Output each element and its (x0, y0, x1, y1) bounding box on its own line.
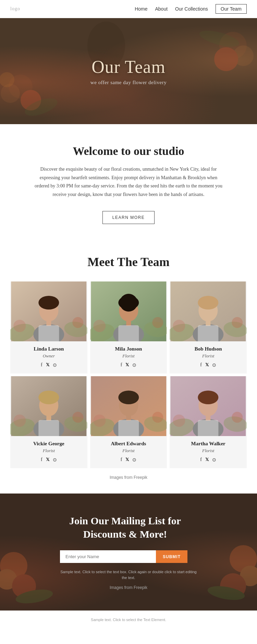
hero-title: Our Team (90, 57, 167, 77)
svg-rect-59 (126, 415, 131, 421)
nav-collections[interactable]: Our Collections (175, 6, 208, 12)
instagram-icon[interactable]: ⊙ (132, 457, 136, 463)
svg-point-38 (198, 296, 219, 310)
nav-links: Home About Our Collections Our Team (135, 4, 247, 14)
instagram-icon[interactable]: ⊙ (53, 457, 57, 463)
footer-sample-text: Sample text. Click to select the Text El… (91, 618, 166, 622)
footer: Sample text. Click to select the Text El… (0, 610, 257, 629)
svg-rect-18 (46, 320, 51, 326)
facebook-icon[interactable]: f (121, 457, 122, 463)
svg-point-68 (198, 391, 219, 404)
svg-rect-40 (198, 325, 219, 341)
team-card: Albert Edwards Florist f 𝕏 ⊙ (90, 376, 167, 468)
social-icons: f 𝕏 ⊙ (173, 457, 243, 463)
team-member-photo (10, 376, 87, 436)
team-member-name: Bob Hudson (173, 346, 243, 352)
hero-subtitle: we offer same day flower delivery (90, 80, 167, 86)
mailing-sample-text: Sample text. Click to select the text bo… (60, 569, 197, 580)
instagram-icon[interactable]: ⊙ (53, 362, 57, 368)
svg-point-48 (38, 391, 59, 404)
team-card: Linda Larson Owner f 𝕏 ⊙ (10, 281, 87, 373)
svg-point-64 (173, 415, 185, 427)
team-card-info: Albert Edwards Florist f 𝕏 ⊙ (90, 436, 167, 468)
social-icons: f 𝕏 ⊙ (94, 457, 164, 463)
team-member-role: Owner (14, 353, 84, 359)
instagram-icon[interactable]: ⊙ (212, 457, 216, 463)
twitter-icon[interactable]: 𝕏 (125, 362, 129, 368)
twitter-icon[interactable]: 𝕏 (205, 362, 209, 368)
svg-point-55 (152, 412, 163, 423)
team-card: Bob Hudson Florist f 𝕏 ⊙ (170, 281, 247, 373)
team-member-role: Florist (14, 448, 84, 454)
mailing-submit-button[interactable]: SUBMIT (156, 550, 187, 563)
svg-point-3 (0, 72, 14, 87)
team-card: Vickie George Florist f 𝕏 ⊙ (10, 376, 87, 468)
svg-point-1 (1, 84, 20, 103)
twitter-icon[interactable]: 𝕏 (125, 457, 129, 463)
svg-point-23 (93, 320, 106, 332)
mailing-input[interactable] (60, 550, 156, 563)
logo: logo (10, 6, 20, 12)
team-card-info: Linda Larson Owner f 𝕏 ⊙ (10, 341, 87, 373)
images-credit: Images from Freepik (10, 475, 247, 480)
team-member-role: Florist (173, 448, 243, 454)
mailing-form: SUBMIT (60, 550, 197, 563)
social-icons: f 𝕏 ⊙ (173, 362, 243, 368)
team-member-name: Vickie George (14, 441, 84, 447)
svg-point-6 (214, 47, 238, 71)
team-member-role: Florist (94, 353, 164, 359)
svg-point-34 (173, 320, 185, 332)
team-grid: Linda Larson Owner f 𝕏 ⊙ (10, 281, 247, 468)
team-card-info: Mila Jonson Florist f 𝕏 ⊙ (90, 341, 167, 373)
svg-point-13 (13, 320, 26, 332)
social-icons: f 𝕏 ⊙ (94, 362, 164, 368)
twitter-icon[interactable]: 𝕏 (205, 457, 209, 463)
mailing-title: Join Our Mailing List for Discounts & Mo… (60, 514, 190, 541)
svg-rect-69 (206, 415, 211, 421)
facebook-icon[interactable]: f (41, 457, 42, 463)
svg-rect-70 (198, 420, 219, 436)
welcome-heading: Welcome to our studio (27, 145, 230, 158)
mailing-credit: Images from Freepik (60, 585, 197, 590)
svg-point-17 (38, 296, 59, 310)
svg-point-14 (72, 317, 83, 328)
svg-point-58 (118, 391, 139, 404)
team-member-photo (90, 376, 167, 436)
team-section: Meet The Team (0, 238, 257, 487)
svg-rect-39 (206, 320, 211, 326)
team-card: Mila Jonson Florist f 𝕏 ⊙ (90, 281, 167, 373)
twitter-icon[interactable]: 𝕏 (46, 362, 49, 368)
welcome-section: Welcome to our studio Discover the exqui… (0, 124, 257, 238)
team-member-name: Martha Walker (173, 441, 243, 447)
navbar: logo Home About Our Collections Our Team (0, 0, 257, 18)
svg-point-45 (72, 412, 83, 423)
nav-our-team[interactable]: Our Team (216, 4, 247, 14)
svg-rect-60 (118, 420, 139, 436)
instagram-icon[interactable]: ⊙ (132, 362, 136, 368)
team-member-role: Florist (94, 448, 164, 454)
team-card-info: Martha Walker Florist f 𝕏 ⊙ (170, 436, 247, 468)
nav-about[interactable]: About (155, 6, 168, 12)
team-member-role: Florist (173, 353, 243, 359)
facebook-icon[interactable]: f (200, 457, 202, 463)
facebook-icon[interactable]: f (121, 362, 122, 368)
team-member-name: Linda Larson (14, 346, 84, 352)
social-icons: f 𝕏 ⊙ (14, 457, 84, 463)
team-member-photo (10, 281, 87, 341)
learn-more-button[interactable]: LEARN MORE (102, 211, 155, 224)
facebook-icon[interactable]: f (41, 362, 42, 368)
team-card-info: Vickie George Florist f 𝕏 ⊙ (10, 436, 87, 468)
twitter-icon[interactable]: 𝕏 (46, 457, 49, 463)
svg-rect-30 (118, 325, 139, 341)
team-card: Martha Walker Florist f 𝕏 ⊙ (170, 376, 247, 468)
nav-home[interactable]: Home (135, 6, 147, 12)
welcome-body: Discover the exquisite beauty of our flo… (33, 165, 224, 199)
team-card-info: Bob Hudson Florist f 𝕏 ⊙ (170, 341, 247, 373)
team-member-photo (90, 281, 167, 341)
facebook-icon[interactable]: f (200, 362, 202, 368)
svg-point-35 (232, 317, 243, 328)
hero-section: Our Team we offer same day flower delive… (0, 18, 257, 124)
svg-point-54 (93, 415, 106, 427)
mailing-content: Join Our Mailing List for Discounts & Mo… (60, 514, 197, 590)
instagram-icon[interactable]: ⊙ (212, 362, 216, 368)
